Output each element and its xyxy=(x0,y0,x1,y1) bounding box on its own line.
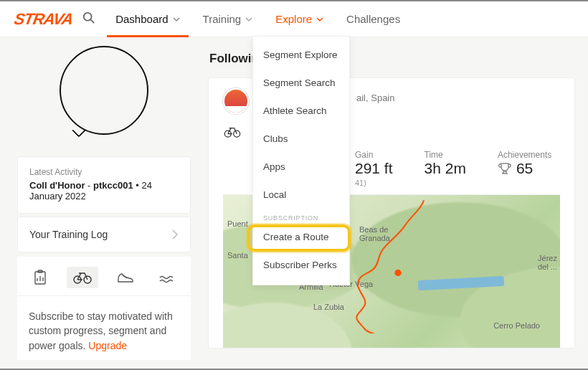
sidebar-tab-row xyxy=(17,257,191,296)
dd-apps[interactable]: Apps xyxy=(253,153,349,181)
nav-explore-label: Explore xyxy=(275,13,312,25)
dd-athlete-search[interactable]: Athlete Search xyxy=(253,97,349,125)
stat-extra: 41) xyxy=(355,179,393,187)
athlete-avatar[interactable] xyxy=(223,88,249,114)
latest-activity-user: ptkcc001 xyxy=(93,180,133,191)
clipboard-chart-icon xyxy=(33,270,47,285)
explore-dropdown: Segment Explore Segment Search Athlete S… xyxy=(252,36,350,285)
nav-dashboard[interactable]: Dashboard xyxy=(107,1,188,37)
trophy-icon xyxy=(498,161,512,176)
tab-swim[interactable] xyxy=(152,267,184,288)
stat-gain-value: 291 ft xyxy=(355,160,393,177)
dd-subscriber-perks[interactable]: Subscriber Perks xyxy=(253,251,349,279)
svg-point-11 xyxy=(395,270,400,275)
nav-explore[interactable]: Explore xyxy=(267,1,332,37)
bike-icon xyxy=(224,126,241,138)
latest-activity-line: Coll d'Honor - ptkcc001 • 24 January 202… xyxy=(29,180,179,201)
chevron-down-icon xyxy=(316,16,323,23)
activity-location: ail, Spain xyxy=(356,92,394,103)
dd-clubs[interactable]: Clubs xyxy=(253,125,349,153)
stat-time-value: 3h 2m xyxy=(425,160,466,177)
swim-icon xyxy=(159,272,176,283)
svg-point-0 xyxy=(84,12,92,20)
chevron-down-icon xyxy=(245,16,252,23)
top-navbar: STRAVA Dashboard Training Explore Challe… xyxy=(0,1,588,37)
nav-training-label: Training xyxy=(203,13,242,25)
latest-activity-header: Latest Activity xyxy=(29,167,179,177)
dd-create-route[interactable]: Create a Route xyxy=(253,223,349,251)
nav-challenges-label: Challenges xyxy=(346,13,400,25)
dd-segment-search[interactable]: Segment Search xyxy=(253,69,349,97)
sidebar: Latest Activity Coll d'Honor - ptkcc001 … xyxy=(17,43,191,360)
stat-gain-label: Gain xyxy=(355,150,393,160)
latest-activity-name: Coll d'Honor xyxy=(29,180,85,191)
tab-run[interactable] xyxy=(110,267,141,288)
dd-segment-explore[interactable]: Segment Explore xyxy=(253,41,349,69)
profile-avatar[interactable] xyxy=(60,46,148,135)
dd-section-subscription: SUBSCRIPTION xyxy=(253,209,349,223)
activity-type-badge xyxy=(223,123,242,141)
stat-ach-value: 65 xyxy=(498,160,551,177)
subscribe-promo: Subscribe to stay motivated with custom … xyxy=(17,296,191,360)
svg-point-10 xyxy=(234,131,240,137)
stat-ach-label: Achievements xyxy=(498,150,551,160)
nav-training[interactable]: Training xyxy=(194,1,262,37)
strava-logo[interactable]: STRAVA xyxy=(13,10,75,29)
shoe-icon xyxy=(117,272,134,283)
tab-bike[interactable] xyxy=(67,267,98,288)
nav-challenges[interactable]: Challenges xyxy=(338,1,409,37)
search-icon[interactable] xyxy=(78,11,101,27)
stat-time-label: Time xyxy=(425,150,466,160)
svg-line-1 xyxy=(91,19,95,23)
nav-dashboard-label: Dashboard xyxy=(115,13,168,25)
training-log-link[interactable]: Your Training Log xyxy=(17,217,191,252)
chevron-right-icon xyxy=(171,229,179,239)
upgrade-link[interactable]: Upgrade xyxy=(88,340,127,351)
bike-icon xyxy=(73,271,92,284)
tab-stats[interactable] xyxy=(24,267,56,288)
training-log-label: Your Training Log xyxy=(29,229,108,240)
chevron-down-icon xyxy=(173,16,180,23)
latest-activity-card[interactable]: Latest Activity Coll d'Honor - ptkcc001 … xyxy=(17,156,191,214)
dd-local[interactable]: Local xyxy=(253,181,349,209)
